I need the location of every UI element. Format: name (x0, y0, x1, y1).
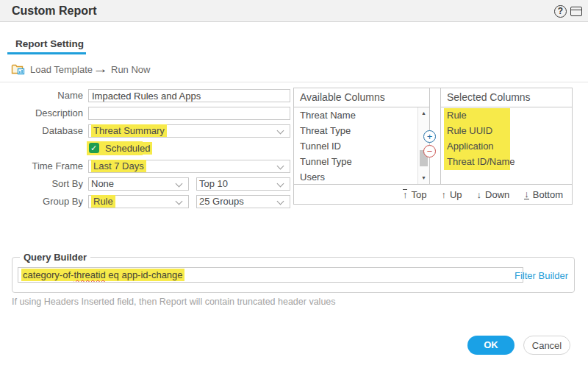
tab-report-setting[interactable]: Report Setting (15, 38, 84, 49)
database-select[interactable]: Threat Summary (88, 124, 290, 138)
active-tab-indicator (7, 52, 86, 54)
run-now-label: Run Now (111, 64, 150, 75)
filter-builder-link[interactable]: Filter Builder (514, 270, 568, 281)
group-by-select[interactable]: Rule (88, 195, 189, 208)
toolbar-separator (0, 82, 588, 82)
chevron-down-icon (176, 180, 183, 188)
description-input[interactable] (88, 107, 290, 120)
chevron-down-icon (176, 198, 183, 205)
group-limit-value: 25 Groups (199, 196, 244, 207)
move-up-button[interactable]: Up (441, 189, 462, 200)
load-template-label: Load Template (30, 64, 93, 75)
database-label: Database (0, 124, 83, 138)
selected-columns-header: Selected Columns (441, 88, 572, 107)
move-bottom-button[interactable]: Bottom (524, 189, 563, 200)
header-truncation-hint: If using Headers Inserted field, then Re… (12, 297, 336, 307)
group-limit-select[interactable]: 25 Groups (196, 195, 290, 208)
query-builder-section: Query Builder category-of-threatid eq ap… (12, 252, 575, 293)
available-columns-header: Available Columns (294, 88, 429, 107)
column-order-toolbar: Top Up Down Bottom (294, 184, 572, 204)
move-down-icon (477, 190, 482, 199)
database-value: Threat Summary (91, 124, 167, 137)
list-item[interactable]: Threat Type (294, 123, 429, 138)
move-bottom-icon (524, 189, 529, 199)
move-down-label: Down (485, 189, 509, 200)
remove-column-button[interactable]: − (423, 145, 436, 158)
move-up-label: Up (450, 189, 462, 200)
sort-limit-select[interactable]: Top 10 (196, 177, 290, 191)
selected-columns-panel: Selected Columns RuleRule UUIDApplicatio… (440, 88, 572, 184)
list-item[interactable]: Threat ID/Name (441, 154, 572, 169)
list-item[interactable]: Rule (441, 107, 572, 123)
group-by-value: Rule (91, 195, 115, 208)
move-down-button[interactable]: Down (477, 189, 510, 200)
dialog-titlebar: Custom Report ? (0, 0, 588, 22)
query-text-1: category-of- (23, 269, 74, 280)
time-frame-label: Time Frame (0, 160, 83, 173)
time-frame-value: Last 7 Days (91, 160, 146, 172)
column-move-gutter: + − (430, 88, 440, 184)
move-top-icon (403, 189, 408, 199)
scheduled-checkbox[interactable] (89, 143, 99, 153)
columns-chooser: Available Columns ▲ ▼ Threat NameThreat … (293, 88, 573, 205)
cancel-button[interactable]: Cancel (523, 336, 570, 355)
load-template-icon (11, 63, 26, 75)
dialog-title: Custom Report (12, 0, 97, 21)
list-item[interactable]: Rule UUID (441, 123, 572, 138)
run-now-arrow-icon: → (93, 63, 109, 76)
list-item[interactable]: Application (441, 138, 572, 154)
chevron-down-icon (277, 127, 284, 135)
sort-by-value: None (91, 178, 114, 189)
list-item[interactable]: Tunnel Type (294, 154, 429, 169)
scheduled-label: Scheduled (103, 142, 152, 155)
available-columns-panel: Available Columns ▲ ▼ Threat NameThreat … (294, 88, 430, 184)
query-text-misspelled: threatid (74, 269, 105, 280)
move-bottom-label: Bottom (533, 189, 563, 200)
sort-limit-value: Top 10 (199, 178, 228, 189)
run-now-button[interactable]: → Run Now (95, 62, 150, 77)
sort-by-select[interactable]: None (88, 177, 189, 191)
list-item[interactable]: Threat Name (294, 107, 429, 123)
chevron-down-icon (277, 163, 284, 170)
chevron-down-icon (277, 180, 284, 188)
query-text-2: eq app-id-change (106, 269, 183, 280)
chevron-down-icon (277, 198, 284, 205)
move-up-icon (441, 190, 446, 199)
add-column-button[interactable]: + (423, 130, 436, 143)
move-top-button[interactable]: Top (403, 189, 426, 200)
list-item[interactable]: Tunnel ID (294, 138, 429, 154)
query-input[interactable]: category-of-threatid eq app-id-change (18, 267, 523, 283)
name-label: Name (0, 89, 83, 102)
description-label: Description (0, 107, 83, 120)
selected-columns-list: RuleRule UUIDApplicationThreat ID/Name (441, 107, 572, 184)
name-input[interactable] (88, 89, 290, 102)
time-frame-select[interactable]: Last 7 Days (88, 160, 290, 173)
help-icon[interactable]: ? (554, 5, 567, 18)
available-columns-list: ▲ ▼ Threat NameThreat TypeTunnel IDTunne… (294, 107, 429, 184)
sort-by-label: Sort By (0, 177, 83, 191)
load-template-button[interactable]: Load Template (11, 62, 93, 77)
query-builder-legend: Query Builder (20, 252, 90, 263)
ok-button[interactable]: OK (467, 336, 514, 355)
group-by-label: Group By (0, 195, 83, 208)
window-dock-icon[interactable] (570, 7, 582, 16)
move-top-label: Top (411, 189, 426, 200)
custom-report-dialog: { "titlebar": { "title": "Custom Report"… (0, 0, 588, 368)
toolbar: Load Template → Run Now (0, 62, 588, 79)
list-item[interactable]: Users (294, 169, 429, 184)
